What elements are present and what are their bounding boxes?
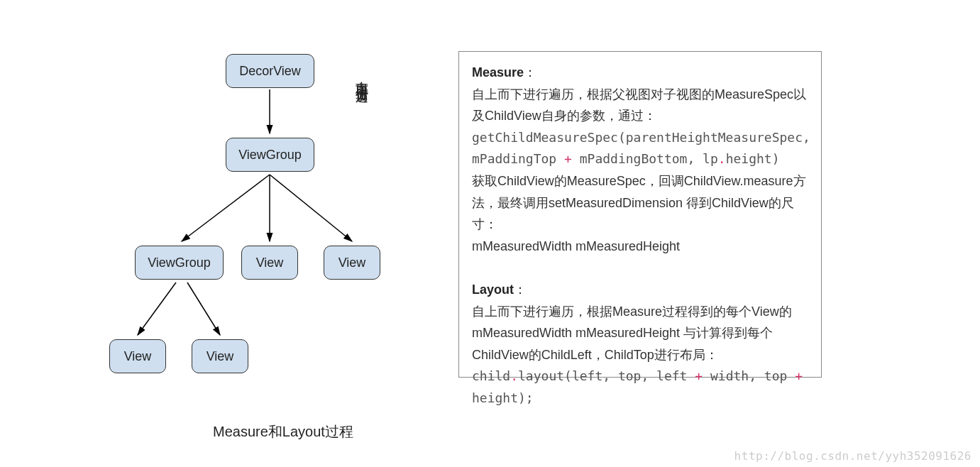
code-getchildmeasurespec-2: mPaddingTop + mPaddingBottom, lp.height) — [472, 151, 780, 166]
layout-intro: 自上而下进行遍历，根据Measure过程得到的每个View的mMeasuredW… — [472, 304, 792, 362]
info-panel: Measure： 自上而下进行遍历，根据父视图对子视图的MeasureSpec以… — [458, 51, 822, 378]
code-op: + — [564, 151, 572, 166]
code-op: + — [695, 368, 703, 383]
node-viewgroup-root: ViewGroup — [226, 138, 314, 172]
node-label: ViewGroup — [238, 148, 302, 163]
code-dot: . — [510, 368, 518, 383]
node-label: ViewGroup — [148, 256, 211, 270]
node-decorview: DecorView — [226, 54, 314, 88]
node-label: View — [338, 256, 366, 270]
measure-title: Measure — [472, 65, 524, 79]
code-getchildmeasurespec-1: getChildMeasureSpec(parentHeightMeasureS… — [472, 130, 810, 145]
node-view-1: View — [241, 246, 298, 280]
traversal-label: 自上而下进行遍历 — [353, 71, 370, 82]
layout-section: Layout： 自上而下进行遍历，根据Measure过程得到的每个View的mM… — [472, 279, 808, 410]
node-label: View — [256, 256, 284, 270]
code-child-layout: child.layout(left, top, left + width, to… — [472, 368, 803, 405]
node-view-2: View — [324, 246, 380, 280]
tree-diagram: DecorView ViewGroup ViewGroup View View … — [92, 50, 426, 376]
measure-intro: 自上而下进行遍历，根据父视图对子视图的MeasureSpec以及ChildVie… — [472, 87, 806, 123]
svg-line-5 — [187, 282, 220, 335]
svg-line-4 — [138, 282, 176, 335]
colon: ： — [514, 282, 527, 297]
node-label: View — [207, 349, 234, 364]
node-view-4: View — [192, 339, 248, 373]
colon: ： — [524, 65, 536, 79]
measure-section: Measure： 自上而下进行遍历，根据父视图对子视图的MeasureSpec以… — [472, 62, 808, 257]
code-frag: layout(left, top, left — [518, 368, 695, 383]
node-label: DecorView — [239, 64, 301, 79]
svg-line-1 — [182, 175, 270, 241]
code-frag: height); — [472, 390, 534, 405]
code-op: + — [795, 368, 803, 383]
node-view-3: View — [109, 339, 166, 373]
node-viewgroup-child: ViewGroup — [135, 246, 224, 280]
code-frag: mPaddingTop — [472, 151, 564, 166]
code-frag: height) — [726, 151, 780, 166]
measure-after: 获取ChildView的MeasureSpec，回调ChildView.meas… — [472, 174, 806, 231]
code-dot: . — [718, 151, 726, 166]
svg-line-3 — [270, 175, 352, 241]
code-frag: mPaddingBottom, lp — [572, 151, 718, 166]
tree-arrows — [92, 50, 426, 376]
code-frag: child — [472, 368, 510, 383]
node-label: View — [124, 349, 152, 364]
diagram-caption: Measure和Layout过程 — [213, 422, 353, 441]
watermark: http://blog.csdn.net/yyh352091626 — [734, 449, 971, 463]
measure-result: mMeasuredWidth mMeasuredHeight — [472, 239, 680, 253]
code-frag: width, top — [703, 368, 795, 383]
layout-title: Layout — [472, 282, 514, 297]
